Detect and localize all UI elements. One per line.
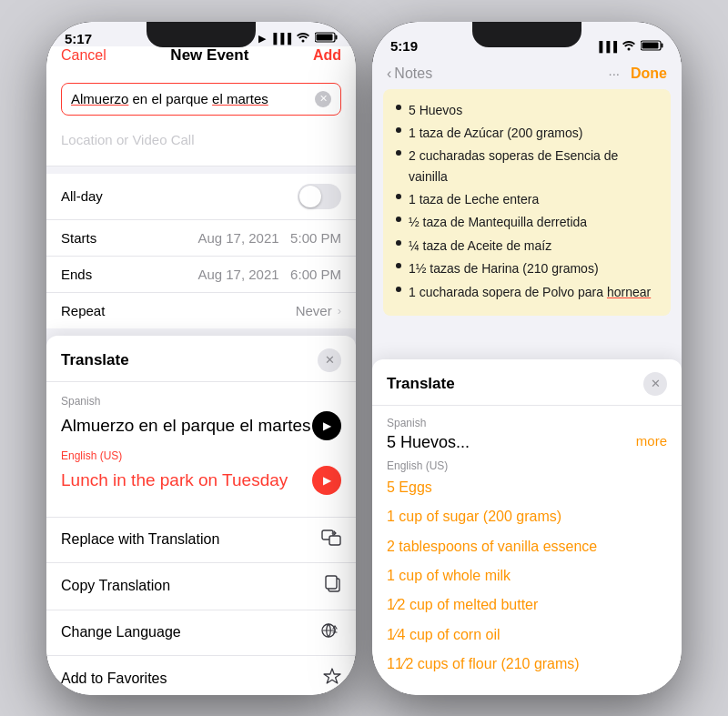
status-icons-2: ▐▐▐ — [596, 40, 663, 53]
bullet-2: 1 taza de Azúcar (200 gramos) — [396, 123, 658, 143]
notes-back-label: Notes — [394, 66, 432, 82]
ends-label: Ends — [61, 267, 92, 282]
starts-label: Starts — [61, 230, 96, 246]
translate-title-1: Translate — [61, 351, 129, 369]
done-button[interactable]: Done — [631, 66, 667, 82]
notes-actions: ··· Done — [608, 66, 667, 82]
svg-point-10 — [628, 47, 631, 50]
add-favorites-label: Add to Favorites — [61, 671, 167, 687]
translate-header-2: Translate ✕ — [372, 359, 682, 406]
clear-button[interactable]: ✕ — [315, 91, 331, 107]
battery-icon — [315, 32, 338, 45]
bullet-7: 1½ tazas de Harina (210 gramos) — [396, 258, 658, 278]
page-title-1: New Event — [170, 46, 248, 65]
back-button[interactable]: ‹ Notes — [387, 66, 432, 82]
notch-2 — [472, 22, 581, 47]
bullet-4: 1 taza de Leche entera — [396, 189, 658, 209]
bullet-dot — [396, 105, 401, 110]
replace-translation-item[interactable]: Replace with Translation — [46, 518, 356, 563]
status-time-1: 5:17 — [65, 31, 92, 46]
translation-list: 5 Eggs 1 cup of sugar (200 grams) 2 tabl… — [387, 478, 667, 675]
target-lang-1: English (US) — [61, 449, 341, 462]
ends-row[interactable]: Ends Aug 17, 2021 6:00 PM — [46, 257, 356, 293]
bullet-6: ¼ taza de Aceite de maíz — [396, 236, 658, 256]
replace-icon — [321, 529, 341, 550]
translated-text-1: Lunch in the park on Tuesday ▶ — [61, 466, 341, 495]
notes-nav: ‹ Notes ··· Done — [372, 62, 682, 89]
battery-icon-2 — [641, 40, 663, 53]
bullet-5: ½ taza de Mantequilla derretida — [396, 212, 658, 232]
hornear-underlined: hornear — [607, 285, 651, 299]
bullet-8: 1 cucharada sopera de Polvo para hornear — [396, 282, 658, 302]
copy-translation-item[interactable]: Copy Translation — [46, 563, 356, 610]
more-actions-button[interactable]: ··· — [608, 66, 620, 81]
event-title-text: Almuerzo en el parque el martes — [71, 91, 268, 106]
wifi-icon-2 — [622, 40, 636, 53]
trans-item-3: 2 tablespoons of vanilla essence — [387, 537, 667, 557]
source-lang-2: Spanish — [387, 417, 667, 429]
close-translate-button[interactable]: ✕ — [318, 348, 341, 372]
more-link[interactable]: more — [636, 433, 667, 449]
trans-item-2: 1 cup of sugar (200 grams) — [387, 507, 667, 527]
play-source-button[interactable]: ▶ — [312, 411, 341, 440]
svg-point-0 — [302, 40, 305, 43]
translate-header-1: Translate ✕ — [46, 336, 356, 382]
bullet-dot — [396, 150, 401, 156]
change-language-label: Change Language — [61, 624, 181, 640]
svg-rect-5 — [329, 536, 340, 545]
target-lang-2: English (US) — [387, 459, 667, 472]
add-button[interactable]: Add — [313, 47, 341, 64]
screen-1: 5:17 ▶ ▐▐▐ — [46, 22, 356, 695]
source-left: 5 Huevos... — [387, 433, 636, 452]
bullet-dot — [396, 263, 401, 268]
translate-title-2: Translate — [387, 375, 455, 393]
allday-toggle[interactable] — [298, 184, 341, 209]
translate-body-1: Spanish Almuerzo en el parque el martes … — [46, 382, 356, 508]
bullet-dot — [396, 217, 401, 222]
location-field[interactable]: Location or Video Call — [61, 125, 341, 155]
event-title-field[interactable]: Almuerzo en el parque el martes ✕ — [61, 83, 341, 116]
action-list: Replace with Translation Copy Translatio… — [46, 517, 356, 695]
play-translation-button[interactable]: ▶ — [312, 466, 341, 495]
phone-2: 5:19 ▐▐▐ — [372, 22, 682, 695]
starts-value: Aug 17, 2021 5:00 PM — [197, 230, 341, 246]
cancel-button[interactable]: Cancel — [61, 47, 106, 64]
source-row-2: 5 Huevos... more — [387, 433, 667, 452]
status-time-2: 5:19 — [390, 38, 418, 54]
repeat-value: Never › — [296, 303, 341, 318]
bullet-dot — [396, 194, 401, 199]
bullet-dot — [396, 127, 401, 133]
translate-body-2: Spanish 5 Huevos... more English (US) 5 … — [372, 406, 682, 695]
trans-item-1: 5 Eggs — [387, 478, 667, 498]
signal-icon-2: ▐▐▐ — [596, 41, 617, 52]
close-translate-button-2[interactable]: ✕ — [643, 372, 667, 396]
source-lang-1: Spanish — [61, 395, 341, 408]
translate-panel-1: Translate ✕ Spanish Almuerzo en el parqu… — [46, 336, 356, 695]
change-language-item[interactable]: Change Language — [46, 610, 356, 656]
screen-2: 5:19 ▐▐▐ — [372, 22, 682, 695]
bullet-dot — [396, 240, 401, 246]
repeat-row[interactable]: Repeat Never › — [46, 293, 356, 328]
star-icon — [323, 668, 341, 690]
almuerzo-text: Almuerzo — [71, 91, 128, 106]
bullet-dot — [396, 287, 401, 292]
nav-bar-1: Cancel New Event Add — [46, 46, 356, 72]
starts-row[interactable]: Starts Aug 17, 2021 5:00 PM — [46, 220, 356, 257]
signal-icon: ▐▐▐ — [270, 33, 291, 44]
back-chevron-icon: ‹ — [387, 66, 391, 82]
add-favorites-item[interactable]: Add to Favorites — [46, 656, 356, 695]
replace-translation-label: Replace with Translation — [61, 531, 219, 548]
translate-panel-2: Translate ✕ Spanish 5 Huevos... more Eng… — [372, 359, 682, 695]
copy-translation-label: Copy Translation — [61, 578, 170, 594]
martes-text: el martes — [212, 91, 268, 106]
svg-rect-7 — [326, 576, 337, 589]
svg-rect-3 — [317, 35, 333, 41]
bullet-3: 2 cucharadas soperas de Esencia de vaini… — [396, 146, 658, 187]
toggle-knob — [299, 186, 321, 207]
note-content: 5 Huevos 1 taza de Azúcar (200 gramos) 2… — [383, 89, 671, 317]
ends-value: Aug 17, 2021 6:00 PM — [197, 267, 341, 282]
allday-label: All-day — [61, 188, 103, 204]
allday-row[interactable]: All-day — [46, 174, 356, 220]
form-section: Almuerzo en el parque el martes ✕ Locati… — [46, 72, 356, 166]
svg-rect-13 — [642, 42, 659, 48]
